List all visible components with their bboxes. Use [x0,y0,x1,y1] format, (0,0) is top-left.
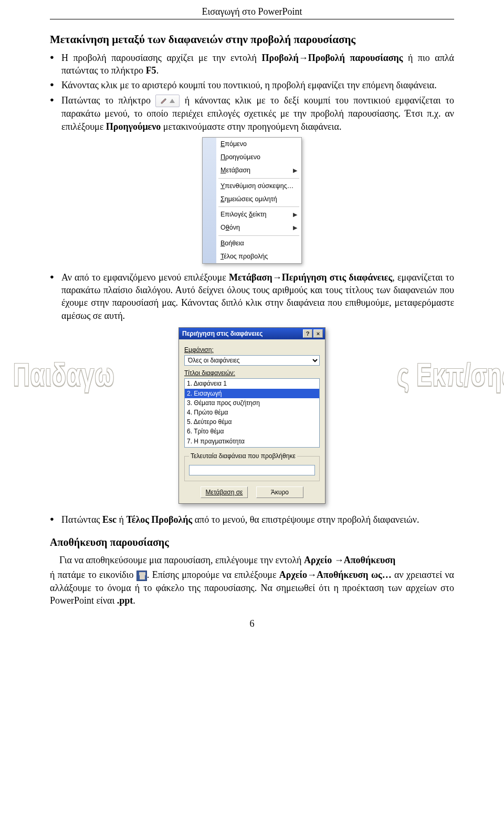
text-bold: Αρχείο [304,555,334,565]
titles-label: Τίτλοι διαφανειών: [184,369,320,377]
text: ή πατάμε το εικονίδιο [50,569,136,580]
menu-item[interactable]: Σημειώσεις ομιλητή [203,193,301,206]
arrow-icon: → [334,555,344,565]
dialog-title: Περιήγηση στις διαφάνειες [182,329,262,338]
list-item[interactable]: 6. Τρίτο θέμα [185,427,319,436]
floppy-disk-icon [136,571,147,581]
menu-item-label: Σημειώσεις ομιλητή [220,195,277,204]
menu-item-label: Υπενθύμιση σύσκεψης… [220,182,293,191]
menu-item-label: Οθόνη [220,223,240,232]
slide-popup-button-icon [155,95,180,107]
watermark-text: ς Εκπ/σης [397,356,504,392]
page: Εισαγωγή στο PowerPoint Μετακίνηση μεταξ… [0,0,504,646]
text: . [156,65,159,76]
text-bold: .ppt [117,595,133,606]
context-menu-figure: ΕπόμενοΠροηγούμενοΜετάβαση▶Υπενθύμιση σύ… [50,137,454,264]
text: Η προβολή παρουσίασης αρχίζει με την εντ… [61,53,262,63]
text-bold: Αποθήκευση ως… [317,569,392,580]
text-bold: Περιήγηση στις διαφάνειες [282,272,393,283]
text-bold: Αρχείο [279,569,307,580]
text: . [133,595,135,606]
menu-item-label: Βοήθεια [220,239,244,248]
last-shown-field [189,465,315,475]
submenu-arrow-icon: ▶ [293,224,297,232]
menu-separator [218,235,299,236]
list-item[interactable]: 5. Δεύτερο θέμα [185,417,319,427]
navigate-slides-dialog: Περιήγηση στις διαφάνειες ? × Εμφάνιση: … [178,327,326,504]
text-bold: Αποθήκευση [344,555,396,565]
section-title-navigation: Μετακίνηση μεταξύ των διαφανειών στην πρ… [50,32,454,47]
text-bold: Προβολή [262,53,299,63]
menu-separator [218,178,299,179]
dialog-buttons: Μετάβαση σε Άκυρο [184,486,320,498]
cancel-button[interactable]: Άκυρο [256,486,303,498]
text-bold: F5 [146,65,156,76]
text: Αν από το εμφανιζόμενο μενού επιλέξουμε [61,272,229,283]
last-shown-fieldset: Τελευταία διαφάνεια που προβλήθηκε [184,452,320,481]
text: ή [117,514,126,525]
text-bold: Esc [102,514,117,525]
bullet-2: Κάνοντας κλικ με το αριστερό κουμπί του … [50,79,454,91]
dialog-figure: Παιδαγω ς Εκπ/σης Περιήγηση στις διαφάνε… [50,327,454,504]
menu-item[interactable]: Μετάβαση▶ [203,164,301,177]
list-item[interactable]: 7. Η πραγματικότητα [185,437,319,446]
context-menu: ΕπόμενοΠροηγούμενοΜετάβαση▶Υπενθύμιση σύ… [202,137,302,264]
watermark: ς Εκπ/σης [397,353,504,396]
list-item[interactable]: 1. Διαφάνεια 1 [185,379,319,388]
running-head: Εισαγωγή στο PowerPoint [50,5,454,19]
submenu-arrow-icon: ▶ [293,211,297,219]
bullet-list-2: Αν από το εμφανιζόμενο μενού επιλέξουμε … [50,271,454,322]
pencil-icon [160,97,167,105]
page-number: 6 [50,617,454,630]
text: Πατώντας το πλήκτρο [61,95,155,106]
arrow-icon: → [299,53,308,63]
watermark-text: Παιδαγω [13,356,114,392]
show-select[interactable]: Όλες οι διαφάνειες [184,355,320,366]
list-item[interactable]: 3. Θέματα προς συζήτηση [185,398,319,408]
menu-item-label: Επιλογές δείκτη [220,210,267,219]
menu-separator [218,206,299,207]
text-bold: Τέλος Προβολής [126,514,192,525]
menu-item-label: Επόμενο [220,140,247,149]
watermark: Παιδαγω [13,353,114,396]
help-button[interactable]: ? [303,329,312,338]
menu-item[interactable]: Υπενθύμιση σύσκεψης… [203,180,301,193]
text-bold: Μετάβαση [229,272,272,283]
text-bold: Προηγούμενο [106,121,161,132]
list-item[interactable]: 8. Αντίκτυπος [185,446,319,448]
go-to-button[interactable]: Μετάβαση σε [201,486,248,498]
menu-item[interactable]: Προηγούμενο [203,151,301,164]
bullet-list-1: Η προβολή παρουσίασης αρχίζει με την εντ… [50,51,454,133]
list-item[interactable]: 2. Εισαγωγή [185,389,319,398]
text-bold: Προβολή παρουσίασης [308,53,403,63]
paragraph-save-1: Για να αποθηκεύσουμε μια παρουσίαση, επι… [50,554,454,566]
menu-item[interactable]: Επόμενο [203,138,301,151]
show-label: Εμφάνιση: [184,346,320,354]
arrow-icon: → [272,272,282,283]
text: . Επίσης μπορούμε να επιλέξουμε [147,569,279,580]
dialog-titlebar: Περιήγηση στις διαφάνειες ? × [179,328,325,339]
paragraph-save-2: ή πατάμε το εικονίδιο . Επίσης μπορούμε … [50,568,454,607]
submenu-arrow-icon: ▶ [293,167,297,174]
text: Για να αποθηκεύσουμε μια παρουσίαση, επι… [59,555,304,565]
menu-item[interactable]: Τέλος προβολής [203,250,301,263]
section-title-save: Αποθήκευση παρουσίασης [50,535,454,550]
bullet-5: Πατώντας Esc ή Τέλος Προβολής από το μεν… [50,513,454,526]
menu-item-label: Προηγούμενο [220,153,260,162]
slide-titles-listbox[interactable]: 1. Διαφάνεια 12. Εισαγωγή3. Θέματα προς … [184,378,320,448]
menu-item[interactable]: Βοήθεια [203,237,301,250]
arrow-icon: → [307,569,317,580]
close-button[interactable]: × [313,329,323,338]
bullet-4: Αν από το εμφανιζόμενο μενού επιλέξουμε … [50,271,454,322]
text: από το μενού, θα επιστρέψουμε στην προβο… [192,514,419,525]
menu-item[interactable]: Επιλογές δείκτη▶ [203,208,301,221]
bullet-1: Η προβολή παρουσίασης αρχίζει με την εντ… [50,51,454,77]
menu-item[interactable]: Οθόνη▶ [203,221,301,234]
fieldset-legend: Τελευταία διαφάνεια που προβλήθηκε [189,452,297,460]
bullet-list-3: Πατώντας Esc ή Τέλος Προβολής από το μεν… [50,513,454,526]
menu-item-label: Μετάβαση [220,166,250,175]
text: Πατώντας [61,514,102,525]
triangle-up-icon [170,99,175,103]
list-item[interactable]: 4. Πρώτο θέμα [185,408,319,417]
bullet-3: Πατώντας το πλήκτρο ή κάνοντας κλικ με τ… [50,94,454,133]
